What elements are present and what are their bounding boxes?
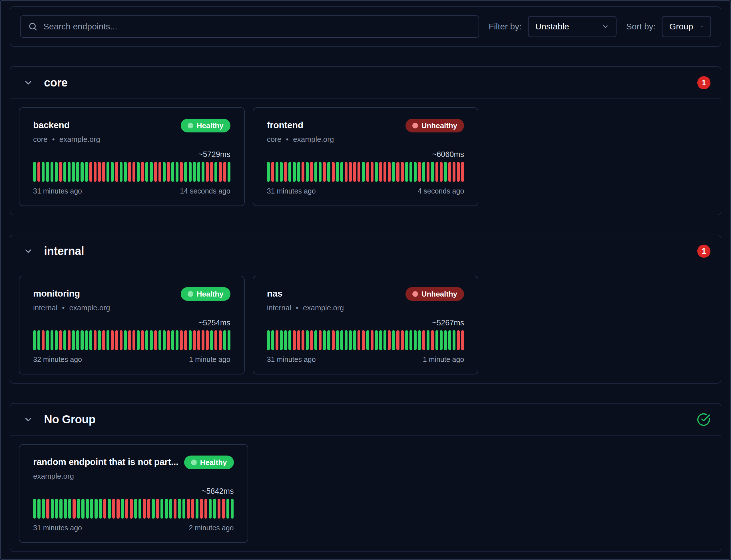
history-bar: [59, 499, 62, 519]
chevron-down-icon: [23, 415, 33, 424]
history-bar: [202, 330, 204, 350]
history-bar: [436, 330, 438, 350]
history-bar: [392, 330, 395, 350]
group-header-core[interactable]: core 1: [10, 67, 721, 99]
history-bar: [150, 330, 152, 350]
health-history-chart: [33, 499, 234, 519]
unhealthy-count-badge: 1: [697, 245, 710, 258]
history-bar: [116, 499, 119, 519]
unhealthy-count-badge: 1: [697, 76, 710, 89]
toolbar: Filter by: Unstable Sort by: Group: [10, 6, 721, 47]
history-bar: [319, 162, 321, 182]
history-bar: [150, 162, 152, 182]
endpoint-card-frontend[interactable]: frontend core • example.org Unhealthy ~6…: [253, 107, 479, 206]
history-bar: [106, 330, 109, 350]
history-bar: [55, 162, 58, 182]
group-section-no-group: No Group random endpoint that is not par…: [10, 403, 721, 552]
endpoint-card-monitoring[interactable]: monitoring internal • example.org Health…: [19, 276, 245, 374]
history-bar: [422, 162, 425, 182]
endpoint-host: example.org: [59, 135, 100, 144]
history-bar: [227, 162, 230, 182]
dot-separator: •: [286, 135, 288, 144]
history-bar: [223, 162, 226, 182]
newest-timestamp: 1 minute ago: [189, 355, 230, 364]
chevron-down-icon: [23, 78, 33, 88]
oldest-timestamp: 31 minutes ago: [33, 524, 82, 532]
history-bar: [431, 330, 434, 350]
history-bar: [191, 499, 194, 519]
history-bar: [167, 162, 170, 182]
history-bar: [132, 330, 135, 350]
history-bar: [271, 330, 274, 350]
history-bar: [461, 330, 464, 350]
endpoint-host: example.org: [69, 303, 110, 312]
response-time: ~6060ms: [267, 150, 464, 159]
endpoint-group: core: [33, 135, 48, 144]
history-bar: [154, 162, 157, 182]
endpoint-card-backend[interactable]: backend core • example.org Healthy ~5729…: [19, 107, 245, 206]
group-header-no-group[interactable]: No Group: [10, 404, 721, 436]
group-header-internal[interactable]: internal 1: [10, 235, 721, 267]
history-bar: [362, 330, 364, 350]
history-bar: [396, 330, 399, 350]
history-bar: [414, 162, 417, 182]
all-healthy-badge: [697, 413, 710, 426]
history-bar: [171, 162, 174, 182]
history-bar: [176, 330, 178, 350]
history-bar: [72, 330, 75, 350]
status-dot: [188, 291, 193, 297]
sort-select[interactable]: Group: [662, 16, 711, 37]
history-bar: [344, 330, 347, 350]
history-bar: [108, 499, 110, 519]
endpoint-name: backend: [33, 119, 100, 130]
endpoint-card-random[interactable]: random endpoint that is not part... exam…: [19, 444, 248, 543]
history-bar: [37, 499, 40, 519]
history-time-range: 31 minutes ago 2 minutes ago: [33, 524, 234, 532]
history-bar: [323, 330, 326, 350]
history-bar: [448, 162, 451, 182]
history-bar: [293, 162, 295, 182]
history-bar: [340, 162, 343, 182]
endpoint-name: monitoring: [33, 287, 110, 299]
history-bar: [427, 162, 430, 182]
endpoint-name: nas: [267, 287, 344, 299]
history-bar: [128, 330, 131, 350]
health-history-chart: [33, 162, 230, 182]
history-time-range: 31 minutes ago 4 seconds ago: [267, 187, 464, 195]
history-bar: [204, 499, 207, 519]
history-bar: [55, 330, 58, 350]
history-bar: [178, 499, 181, 519]
group-body: backend core • example.org Healthy ~5729…: [10, 99, 721, 215]
history-bar: [280, 330, 283, 350]
endpoint-group: internal: [267, 303, 291, 312]
history-bar: [396, 162, 399, 182]
history-bar: [323, 162, 326, 182]
oldest-timestamp: 31 minutes ago: [33, 187, 82, 195]
search-input[interactable]: [43, 22, 471, 31]
check-circle-icon: [697, 413, 710, 426]
history-bar: [33, 162, 36, 182]
history-bar: [76, 162, 79, 182]
history-bar: [145, 162, 148, 182]
filter-by-label: Filter by:: [489, 22, 522, 31]
history-bar: [267, 162, 270, 182]
filter-select[interactable]: Unstable: [528, 16, 617, 37]
search-box[interactable]: [20, 15, 479, 38]
newest-timestamp: 2 minutes ago: [189, 524, 233, 532]
history-bar: [180, 330, 183, 350]
history-bar: [388, 162, 391, 182]
history-bar: [349, 162, 352, 182]
history-bar: [163, 162, 166, 182]
history-bar: [310, 330, 313, 350]
history-bar: [63, 330, 66, 350]
search-icon: [28, 22, 38, 31]
sort-by-label: Sort by:: [626, 22, 656, 31]
endpoint-host: example.org: [33, 472, 74, 481]
history-bar: [202, 162, 204, 182]
history-time-range: 31 minutes ago 1 minute ago: [267, 355, 464, 364]
endpoint-card-nas[interactable]: nas internal • example.org Unhealthy ~52…: [253, 276, 479, 374]
chevron-down-icon: [602, 23, 609, 30]
endpoint-host: example.org: [303, 303, 344, 312]
history-bar: [367, 162, 369, 182]
history-bar: [448, 330, 451, 350]
